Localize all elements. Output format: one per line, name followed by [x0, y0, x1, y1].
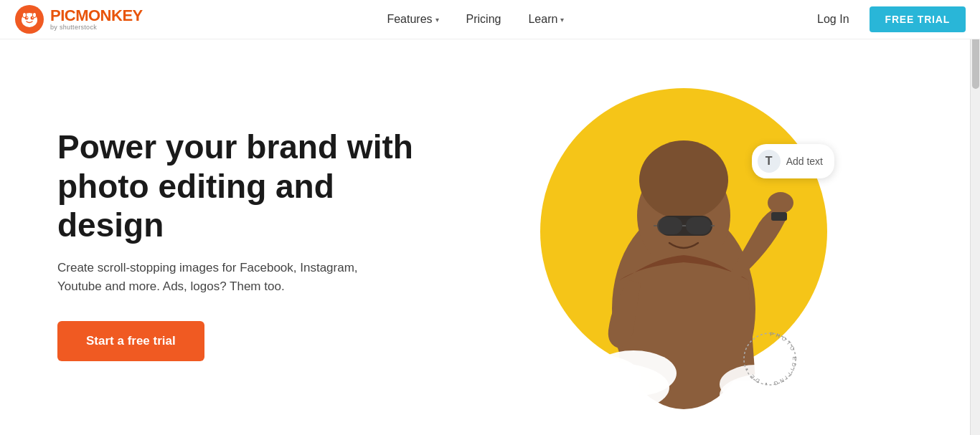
svg-point-24	[590, 350, 677, 396]
login-button[interactable]: Log In	[809, 7, 857, 32]
add-text-icon: T	[758, 150, 781, 173]
nav-right: Log In FREE TRIAL	[809, 6, 966, 32]
hero-right: T Add text PHOTO EDITING • DE •	[430, 39, 937, 435]
cta-button[interactable]: Start a free trial	[57, 321, 204, 361]
svg-point-4	[27, 17, 28, 19]
learn-label: Learn	[528, 13, 557, 26]
features-label: Features	[387, 13, 432, 26]
svg-rect-21	[771, 212, 787, 221]
nav-center: Features ▾ Pricing Learn ▾	[384, 7, 567, 32]
svg-point-13	[639, 140, 728, 219]
nav-features[interactable]: Features ▾	[384, 7, 441, 32]
pricing-label: Pricing	[466, 13, 501, 26]
svg-rect-17	[686, 217, 711, 234]
add-text-label: Add text	[786, 156, 823, 167]
nav-pricing[interactable]: Pricing	[463, 7, 504, 32]
hero-image: T Add text PHOTO EDITING • DE •	[547, 80, 820, 424]
logo[interactable]: PICMONKEY by shutterstock	[14, 4, 143, 34]
logo-name: PICMONKEY	[50, 8, 143, 24]
picmonkey-logo-icon	[14, 4, 44, 34]
svg-text:PHOTO EDITING • DE •: PHOTO EDITING • DE •	[743, 331, 798, 387]
scrollbar[interactable]	[970, 0, 980, 435]
add-text-tooltip[interactable]: T Add text	[752, 144, 834, 178]
stamp-svg: PHOTO EDITING • DE •	[741, 330, 798, 388]
svg-point-14	[768, 192, 793, 214]
logo-text: PICMONKEY by shutterstock	[50, 8, 143, 31]
navbar: PICMONKEY by shutterstock Features ▾ Pri…	[0, 0, 980, 39]
features-chevron-icon: ▾	[435, 16, 439, 24]
hero-section: Power your brand with photo editing and …	[0, 39, 980, 435]
hero-subtext: Create scroll-stopping images for Facebo…	[57, 259, 359, 297]
hero-headline: Power your brand with photo editing and …	[57, 128, 430, 244]
svg-rect-16	[657, 217, 682, 234]
svg-point-9	[33, 13, 36, 17]
learn-chevron-icon: ▾	[560, 16, 564, 24]
logo-subtitle: by shutterstock	[50, 24, 143, 31]
svg-point-8	[23, 13, 26, 17]
circular-stamp: PHOTO EDITING • DE •	[741, 330, 798, 388]
hero-left: Power your brand with photo editing and …	[57, 113, 430, 360]
free-trial-button[interactable]: FREE TRIAL	[870, 6, 966, 32]
nav-learn[interactable]: Learn ▾	[525, 7, 567, 32]
